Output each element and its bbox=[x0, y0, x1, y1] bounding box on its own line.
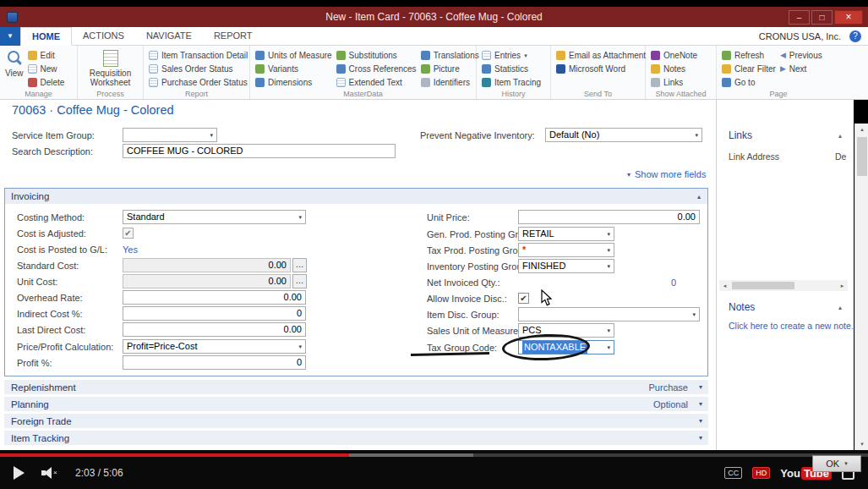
refresh-button[interactable]: Refresh bbox=[722, 49, 776, 62]
profit-pct-field[interactable]: 0 bbox=[123, 355, 306, 370]
cost-is-posted-to-gl-link[interactable]: Yes bbox=[123, 244, 138, 255]
indirect-cost-field[interactable]: 0 bbox=[123, 306, 306, 321]
scroll-down-icon[interactable]: ▾ bbox=[855, 438, 868, 450]
costing-method-field[interactable]: Standard ▾ bbox=[123, 210, 306, 224]
scroll-right-icon[interactable]: ▸ bbox=[837, 283, 848, 289]
fasttab-planning[interactable]: Planning Optional ▾ bbox=[4, 397, 708, 411]
notes-collapse-chevron-icon[interactable]: ▴ bbox=[838, 304, 842, 311]
price-profit-calculation-field[interactable]: Profit=Price-Cost ▾ bbox=[123, 339, 306, 354]
dropdown-arrow-icon[interactable]: ▾ bbox=[695, 132, 698, 139]
item-tracing-button[interactable]: Item Tracing bbox=[482, 76, 541, 89]
volume-muted-icon[interactable]: × bbox=[41, 466, 58, 480]
dropdown-arrow-icon[interactable]: ▾ bbox=[607, 263, 610, 270]
entries-button[interactable]: Entries▾ bbox=[482, 49, 541, 62]
service-item-group-field[interactable]: ▾ bbox=[123, 128, 217, 142]
units-of-measure-button[interactable]: Units of Measure bbox=[255, 49, 332, 62]
links-button[interactable]: Links bbox=[651, 76, 697, 89]
group-label-page: Page bbox=[717, 90, 840, 98]
sales-unit-of-measure-field[interactable]: PCS ▾ bbox=[518, 323, 614, 338]
last-direct-cost-field[interactable]: 0.00 bbox=[123, 322, 306, 337]
unit-cost-field[interactable]: 0.00 bbox=[123, 274, 291, 288]
dropdown-arrow-icon[interactable]: ▾ bbox=[692, 311, 696, 318]
sales-order-status-button[interactable]: Sales Order Status bbox=[149, 63, 248, 75]
fasttab-item-tracking[interactable]: Item Tracking ▾ bbox=[4, 431, 708, 445]
dropdown-arrow-icon[interactable]: ▾ bbox=[607, 247, 610, 254]
expand-chevron-icon[interactable]: ▾ bbox=[699, 434, 702, 442]
dropdown-arrow-icon[interactable]: ▾ bbox=[607, 327, 610, 334]
microsoft-word-button[interactable]: Microsoft Word bbox=[556, 63, 646, 75]
item-disc-group-field[interactable]: ▾ bbox=[518, 307, 700, 321]
dropdown-arrow-icon[interactable]: ▾ bbox=[210, 132, 213, 139]
item-transaction-detail-button[interactable]: Item Transaction Detail bbox=[149, 49, 248, 62]
gen-prod-posting-group-field[interactable]: RETAIL ▾ bbox=[518, 227, 614, 241]
dropdown-arrow-icon[interactable]: ▾ bbox=[298, 343, 302, 350]
new-button[interactable]: New bbox=[28, 63, 65, 75]
tab-navigate[interactable]: NAVIGATE bbox=[135, 27, 203, 46]
prevent-negative-inventory-field[interactable]: Default (No) ▾ bbox=[545, 128, 702, 142]
extended-text-button[interactable]: Extended Text bbox=[336, 76, 417, 89]
scrollbar-thumb[interactable] bbox=[732, 282, 794, 289]
expand-chevron-icon[interactable]: ▾ bbox=[699, 417, 702, 425]
create-note-link[interactable]: Click here to create a new note. bbox=[729, 321, 854, 331]
purchase-order-status-button[interactable]: Purchase Order Status bbox=[149, 76, 248, 89]
tab-actions[interactable]: ACTIONS bbox=[72, 27, 135, 46]
standard-cost-field[interactable]: 0.00 bbox=[123, 258, 291, 272]
collapse-chevron-icon[interactable]: ▴ bbox=[697, 193, 701, 201]
tax-group-code-field[interactable]: NONTAXABLE ▾ bbox=[518, 340, 614, 354]
expand-chevron-icon[interactable]: ▾ bbox=[699, 383, 702, 391]
cost-is-adjusted-checkbox[interactable]: ✔ bbox=[123, 228, 134, 239]
view-button[interactable]: View bbox=[5, 49, 24, 89]
statistics-button[interactable]: Statistics bbox=[482, 63, 541, 75]
links-collapse-chevron-icon[interactable]: ▴ bbox=[838, 132, 842, 140]
help-icon[interactable]: ? bbox=[849, 30, 861, 42]
translations-button[interactable]: Translations bbox=[421, 49, 479, 62]
ok-button[interactable]: OK ▾ bbox=[812, 455, 861, 472]
links-horizontal-scrollbar[interactable]: ◂ ▸ bbox=[719, 280, 848, 291]
overhead-rate-field[interactable]: 0.00 bbox=[123, 290, 306, 305]
allow-invoice-disc-checkbox[interactable]: ✔ bbox=[518, 293, 529, 304]
previous-button[interactable]: ◀Previous bbox=[780, 49, 822, 62]
inventory-posting-group-field[interactable]: FINISHED ▾ bbox=[518, 259, 614, 273]
search-description-field[interactable]: COFFEE MUG - COLORED bbox=[123, 144, 396, 158]
play-button[interactable] bbox=[14, 466, 25, 480]
show-more-fields-link[interactable]: ▾ Show more fields bbox=[627, 169, 706, 179]
dropdown-arrow-icon[interactable]: ▾ bbox=[298, 214, 302, 221]
dropdown-arrow-icon[interactable]: ▾ bbox=[607, 344, 610, 351]
tab-home[interactable]: HOME bbox=[20, 27, 72, 46]
unit-price-field[interactable]: 0.00 bbox=[518, 210, 700, 224]
captions-button[interactable]: CC bbox=[724, 467, 742, 479]
email-as-attachment-button[interactable]: Email as Attachment bbox=[556, 49, 646, 62]
vertical-scrollbar[interactable]: ▴ ▾ bbox=[854, 124, 868, 450]
identifiers-button[interactable]: Identifiers bbox=[421, 76, 479, 89]
scroll-up-icon[interactable]: ▴ bbox=[855, 124, 868, 135]
dimensions-button[interactable]: Dimensions bbox=[255, 76, 332, 89]
cross-references-button[interactable]: Cross References bbox=[336, 63, 417, 75]
goto-button[interactable]: Go to bbox=[722, 76, 776, 89]
delete-button[interactable]: Delete bbox=[28, 76, 65, 89]
tax-prod-posting-group-field[interactable]: * ▾ bbox=[518, 243, 614, 257]
expand-chevron-icon[interactable]: ▾ bbox=[699, 400, 702, 408]
substitutions-button[interactable]: Substitutions bbox=[336, 49, 417, 62]
notes-button[interactable]: Notes bbox=[651, 63, 697, 75]
edit-button[interactable]: Edit bbox=[28, 49, 65, 62]
net-invoiced-qty-link[interactable]: 0 bbox=[518, 277, 676, 288]
tab-report[interactable]: REPORT bbox=[203, 27, 264, 46]
fasttab-item-tracking-title: Item Tracking bbox=[11, 433, 69, 443]
entries-dropdown-icon[interactable]: ▾ bbox=[524, 52, 527, 59]
variants-button[interactable]: Variants bbox=[255, 63, 332, 75]
scroll-left-icon[interactable]: ◂ bbox=[719, 283, 730, 289]
fasttab-foreign-trade[interactable]: Foreign Trade ▾ bbox=[4, 414, 708, 428]
requisition-worksheet-button[interactable]: Requisition Worksheet bbox=[84, 49, 138, 89]
unit-cost-assist-button[interactable]: … bbox=[292, 274, 307, 288]
hd-quality-button[interactable]: HD bbox=[752, 467, 770, 479]
dropdown-arrow-icon[interactable]: ▾ bbox=[607, 231, 610, 238]
standard-cost-assist-button[interactable]: … bbox=[292, 258, 307, 272]
next-button[interactable]: ▶Next bbox=[780, 63, 822, 75]
fasttab-replenishment[interactable]: Replenishment Purchase ▾ bbox=[4, 380, 708, 394]
clear-filter-button[interactable]: Clear Filter bbox=[722, 63, 776, 75]
onenote-button[interactable]: OneNote bbox=[651, 49, 697, 62]
app-menu-button[interactable]: ▼ bbox=[0, 27, 20, 46]
picture-button[interactable]: Picture bbox=[421, 63, 479, 75]
invoicing-fasttab-header[interactable]: Invoicing ▴ bbox=[5, 189, 707, 204]
scrollbar-thumb[interactable] bbox=[857, 137, 867, 176]
